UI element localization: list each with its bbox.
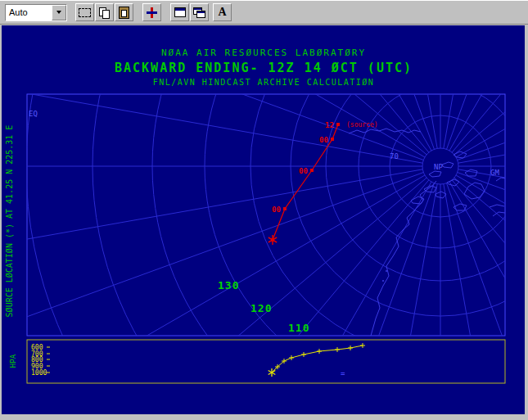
meridian-line [447, 25, 525, 149]
toolbar-separator [134, 12, 142, 13]
meridian-line [449, 182, 525, 414]
profile-ytick-label: 1000 [31, 369, 47, 377]
profile-plus-marker [348, 345, 353, 350]
meridian-line [239, 183, 435, 414]
island-dot [382, 280, 384, 282]
profile-plus-marker [301, 352, 306, 357]
meridian-line [458, 25, 525, 160]
center-view-button[interactable] [142, 3, 161, 21]
marquee-select-icon [79, 8, 91, 17]
trajectory-time-label: 12 [325, 121, 334, 129]
map-grid-label: GM [490, 169, 499, 177]
profile-plus-marker [289, 355, 294, 360]
meridian-line [61, 25, 429, 152]
meridian-line [2, 25, 426, 155]
window-properties-button[interactable] [170, 3, 189, 21]
cascade-windows-icon [193, 7, 205, 18]
plot-title-line2: BACKWARD ENDING- 12Z 14 ØCT (UTC) [115, 61, 413, 75]
paste-icon [119, 7, 129, 19]
trajectory-layer: 12000000(source) [269, 121, 378, 245]
trajectory-time-label: 00 [299, 167, 308, 175]
meridian-line [61, 180, 429, 414]
plot-title-line1: NØAA AIR RESØURCES LABØRATØRY [161, 47, 366, 58]
profile-path [272, 345, 363, 373]
mode-combobox-value: Auto [6, 5, 52, 20]
meridian-line [454, 178, 525, 414]
pan-arrows-icon [147, 7, 157, 18]
meridian-line [239, 25, 435, 149]
plot-title-line3: FNL/AVN HINDCAST ARCHIVE CALCULATIØN [153, 78, 375, 87]
cascade-windows-button[interactable] [190, 3, 209, 21]
profile-layer: 6007008009001000= [31, 343, 365, 377]
source-location-axis-label: SØURCE LØCATIØN (*) AT 41.25 N 225.31 E [5, 125, 14, 318]
coastline-path [490, 178, 506, 216]
profile-plus-marker [360, 343, 365, 348]
profile-plus-marker [317, 349, 322, 354]
window-icon [174, 7, 186, 17]
plot-canvas: NØAA AIR RESØURCES LABØRATØRY BACKWARD E… [2, 25, 525, 414]
select-region-button[interactable] [75, 3, 94, 21]
font-icon: A [218, 7, 226, 18]
meridian-degree-label: 120 [250, 302, 272, 314]
combobox-dropdown-button[interactable] [52, 5, 66, 20]
paste-button[interactable] [115, 3, 133, 21]
profile-y-axis-label: HPA [9, 354, 17, 368]
trajectory-marker [336, 123, 340, 126]
coastlines [349, 129, 506, 336]
meridian-line [447, 183, 525, 414]
profile-equals-mark: = [341, 369, 345, 377]
meridian-line [454, 25, 525, 155]
toolbar-separator [162, 12, 170, 13]
mode-combobox[interactable]: Auto [5, 4, 67, 21]
meridian-line [456, 25, 525, 157]
toolbar: Auto A [0, 0, 528, 25]
meridian-line [2, 175, 425, 414]
meridian-line [458, 173, 525, 368]
font-button[interactable]: A [213, 3, 232, 21]
coastline-path [411, 151, 477, 210]
meridian-degree-label: 130 [218, 279, 239, 291]
trajectory-time-label: 00 [319, 136, 328, 144]
profile-frame [27, 340, 505, 383]
meridian-line [2, 173, 423, 368]
map-labels: EQ70NPGM130120110 [29, 110, 499, 334]
trajectory-time-label: 00 [272, 205, 281, 214]
toolbar-separator [67, 12, 75, 13]
meridian-line [458, 169, 525, 269]
meridian-line [2, 25, 423, 160]
meridian-line [146, 25, 431, 151]
map-grid-label: EQ [29, 110, 38, 118]
trajectory-marker [331, 138, 334, 141]
trajectory-plot: NØAA AIR RESØURCES LABØRATØRY BACKWARD E… [2, 25, 525, 414]
meridian-line [452, 25, 525, 152]
map-frame [27, 94, 505, 336]
meridian-line [449, 25, 525, 151]
trajectory-marker [283, 207, 287, 210]
meridian-line [458, 64, 525, 163]
meridian-line [2, 178, 426, 414]
copy-icon [99, 7, 110, 18]
trajectory-head-note: (source) [346, 121, 378, 129]
trajectory-marker [310, 169, 314, 172]
meridian-line [338, 25, 437, 148]
meridian-line [2, 169, 422, 269]
meridian-degree-label: 110 [288, 322, 309, 334]
meridian-line [146, 182, 431, 414]
map-grid-label: 70 [390, 152, 399, 160]
island-dot [386, 270, 387, 272]
map-grid-label: NP [434, 163, 443, 171]
copy-button[interactable] [95, 3, 114, 21]
profile-plus-marker [335, 347, 340, 352]
meridian-line [338, 184, 437, 414]
chevron-down-icon [56, 11, 61, 14]
trajectory-marker [271, 238, 274, 242]
